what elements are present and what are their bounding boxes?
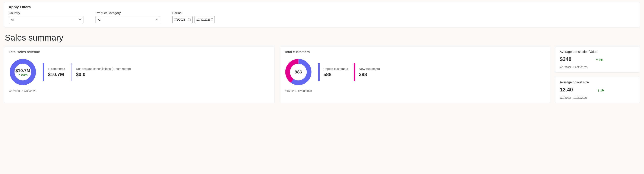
repeat-label: Repeat customers (324, 67, 348, 70)
avg-basket-delta: ↗ 1% (597, 89, 604, 92)
trend-up-icon: ↗ (595, 58, 599, 62)
country-select-value: All (11, 18, 14, 21)
page-title: Sales summary (5, 33, 640, 43)
filter-product-category-label: Product Category (96, 11, 160, 15)
avg-transaction-period: 7/1/2023 - 12/30/2023 (560, 66, 635, 69)
avg-transaction-delta: ↗ 3% (596, 58, 603, 62)
repeat-bar-icon (318, 63, 320, 81)
filters-row: Country All Product Category All (9, 11, 635, 23)
total-sales-donut: $10.7M ↗ 165% (9, 58, 37, 86)
avg-basket-period: 7/1/2023 - 12/30/2023 (560, 96, 635, 99)
avg-transaction-value-card: Average transaction Value $348 ↗ 3% 7/1/… (555, 46, 640, 73)
filter-product-category-group: Product Category All (96, 11, 160, 23)
new-label: New customers (359, 67, 380, 70)
right-column: Average transaction Value $348 ↗ 3% 7/1/… (555, 46, 640, 103)
period-end-value: 12/30/2023 (196, 18, 210, 21)
avg-transaction-title: Average transaction Value (560, 50, 635, 54)
repeat-value: 588 (324, 72, 348, 77)
total-sales-delta: ↗ 165% (18, 73, 28, 76)
country-select[interactable]: All (9, 16, 84, 23)
ecommerce-label: E-commerce (48, 67, 65, 70)
total-sales-center-value: $10.7M (15, 68, 30, 73)
returns-label: Returns and cancellations (E-commerce) (76, 67, 131, 70)
returns-bar-icon (71, 63, 72, 81)
summary-grid: Total sales revenue $10.7M ↗ 165% (4, 46, 640, 103)
total-customers-center-value: 986 (295, 69, 302, 75)
returns-metric: Returns and cancellations (E-commerce) $… (71, 63, 131, 81)
product-category-select-value: All (98, 18, 101, 21)
total-customers-title: Total customers (284, 50, 546, 54)
period-inputs: 7/1/2023 12/30/2023 (172, 16, 215, 23)
new-value: 398 (359, 72, 380, 77)
avg-transaction-value: $348 (560, 56, 572, 62)
calendar-icon (210, 18, 213, 21)
avg-basket-value: 13.40 (560, 87, 573, 93)
filters-title: Apply Filters (9, 5, 635, 9)
ecommerce-bar-icon (42, 63, 44, 81)
svg-rect-4 (211, 19, 213, 21)
filter-period-label: Period (172, 11, 215, 15)
product-category-select[interactable]: All (96, 16, 160, 23)
new-bar-icon (354, 63, 355, 81)
chevron-down-icon (79, 18, 81, 21)
total-sales-metrics: $10.7M ↗ 165% E-commerce $10.7M (9, 58, 270, 86)
total-customers-period: 7/1/2023 - 12/30/2023 (284, 89, 546, 93)
trend-up-icon: ↗ (17, 73, 21, 76)
total-sales-period: 7/1/2023 - 12/30/2023 (9, 89, 270, 93)
period-start-value: 7/1/2023 (174, 18, 185, 21)
repeat-customers-metric: Repeat customers 588 (318, 63, 348, 81)
svg-rect-0 (188, 19, 190, 21)
filter-country-label: Country (9, 11, 84, 15)
chevron-down-icon (156, 18, 158, 21)
total-customers-card: Total customers 986 Repe (280, 46, 550, 103)
avg-basket-size-card: Average basket size 13.40 ↗ 1% 7/1/2023 … (555, 77, 640, 103)
calendar-icon (188, 18, 191, 21)
filter-country-group: Country All (9, 11, 84, 23)
period-start-input[interactable]: 7/1/2023 (172, 16, 192, 23)
filter-period-group: Period 7/1/2023 12/30/2023 (172, 11, 215, 23)
new-customers-metric: New customers 398 (354, 63, 380, 81)
total-sales-title: Total sales revenue (9, 50, 270, 54)
returns-value: $0.0 (76, 72, 131, 77)
total-customers-donut: 986 (284, 58, 312, 86)
ecommerce-value: $10.7M (48, 72, 65, 77)
filters-panel: Apply Filters Country All Product Catego… (4, 2, 640, 28)
total-sales-revenue-card: Total sales revenue $10.7M ↗ 165% (4, 46, 275, 103)
period-end-input[interactable]: 12/30/2023 (194, 16, 215, 23)
ecommerce-metric: E-commerce $10.7M (42, 63, 65, 81)
avg-basket-title: Average basket size (560, 81, 635, 84)
total-customers-metrics: 986 Repeat customers 588 New customers 3… (284, 58, 546, 86)
trend-up-icon: ↗ (596, 88, 600, 92)
